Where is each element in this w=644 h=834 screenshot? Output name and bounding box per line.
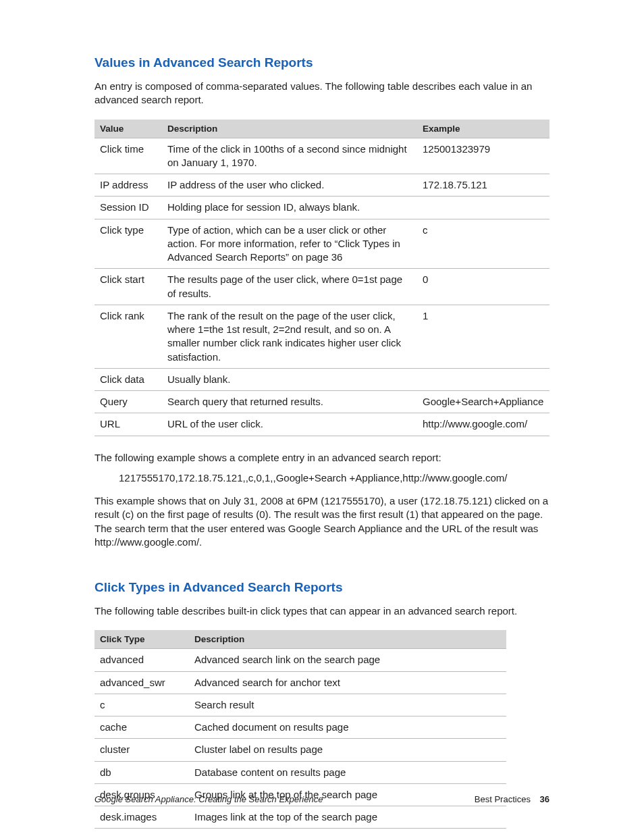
cell-value: IP address: [95, 174, 162, 197]
table-row: advanced Advanced search link on the sea…: [95, 649, 506, 671]
col-header-click-type: Click Type: [95, 630, 189, 649]
cell-click-type: c: [95, 694, 189, 716]
cell-click-type: advanced_swr: [95, 671, 189, 694]
cell-value: Query: [95, 391, 162, 413]
table-values: Value Description Example Click time Tim…: [95, 120, 549, 436]
cell-description: Search query that returned results.: [162, 391, 417, 413]
cell-value: Click type: [95, 219, 162, 269]
cell-example: http://www.google.com/: [417, 413, 549, 436]
cell-description: Usually blank.: [162, 368, 417, 390]
heading-click-types-advanced-search-reports: Click Types in Advanced Search Reports: [95, 580, 549, 595]
cell-click-type: db: [95, 761, 189, 783]
footer-section-label: Best Practices: [475, 794, 531, 804]
cell-value: Click time: [95, 138, 162, 174]
table-row: c Search result: [95, 694, 506, 716]
table-row: db Database content on results page: [95, 761, 506, 783]
cell-description: Database content on results page: [189, 761, 506, 783]
table-row: URL URL of the user click. http://www.go…: [95, 413, 549, 436]
cell-example: Google+Search+Appliance: [417, 391, 549, 413]
example-explanation: This example shows that on July 31, 2008…: [95, 494, 549, 549]
table-row: desk.images Images link at the top of th…: [95, 806, 506, 829]
table-row: advanced_swr Advanced search for anchor …: [95, 671, 506, 694]
table-header-row: Click Type Description: [95, 630, 506, 649]
example-entry-line: 1217555170,172.18.75.121,,c,0,1,,Google+…: [119, 471, 549, 485]
cell-description: Images link at the top of the search pag…: [189, 806, 506, 829]
cell-description: The results page of the user click, wher…: [162, 269, 417, 305]
footer-doc-title: Google Search Appliance: Creating the Se…: [95, 794, 323, 804]
cell-click-type: cluster: [95, 739, 189, 761]
cell-description: Cached document on results page: [189, 716, 506, 739]
table-row: cache Cached document on results page: [95, 716, 506, 739]
cell-example: 1: [417, 305, 549, 368]
table-row: Click time Time of the click in 100ths o…: [95, 138, 549, 174]
page-footer: Google Search Appliance: Creating the Se…: [95, 794, 549, 804]
cell-value: Click data: [95, 368, 162, 390]
intro-paragraph-1: An entry is composed of comma-separated …: [95, 80, 549, 107]
cell-value: Click start: [95, 269, 162, 305]
cell-click-type: cache: [95, 716, 189, 739]
table-header-row: Value Description Example: [95, 120, 549, 138]
cell-description: Advanced search link on the search page: [189, 649, 506, 671]
table-row: Click rank The rank of the result on the…: [95, 305, 549, 368]
cell-value: Session ID: [95, 197, 162, 219]
table-row: Click start The results page of the user…: [95, 269, 549, 305]
table-row: Session ID Holding place for session ID,…: [95, 197, 549, 219]
cell-description: Time of the click in 100ths of a second …: [162, 138, 417, 174]
cell-description: Holding place for session ID, always bla…: [162, 197, 417, 219]
cell-description: Search result: [189, 694, 506, 716]
cell-value: URL: [95, 413, 162, 436]
cell-click-type: advanced: [95, 649, 189, 671]
intro-paragraph-2: The following table describes built-in c…: [95, 604, 549, 618]
col-header-example: Example: [417, 120, 549, 138]
table-row: Click data Usually blank.: [95, 368, 549, 390]
cell-description: IP address of the user who clicked.: [162, 174, 417, 197]
cell-click-type: desk.images: [95, 806, 189, 829]
cell-value: Click rank: [95, 305, 162, 368]
cell-example: 125001323979: [417, 138, 549, 174]
cell-description: Type of action, which can be a user clic…: [162, 219, 417, 269]
cell-description: Advanced search for anchor text: [189, 671, 506, 694]
table-row: Query Search query that returned results…: [95, 391, 549, 413]
cell-description: URL of the user click.: [162, 413, 417, 436]
cell-description: Cluster label on results page: [189, 739, 506, 761]
table-row: Click type Type of action, which can be …: [95, 219, 549, 269]
table-row: cluster Cluster label on results page: [95, 739, 506, 761]
cell-example: 0: [417, 269, 549, 305]
example-intro: The following example shows a complete e…: [95, 451, 549, 465]
cell-example: [417, 197, 549, 219]
cell-example: 172.18.75.121: [417, 174, 549, 197]
col-header-description: Description: [189, 630, 506, 649]
footer-right: Best Practices 36: [475, 794, 549, 804]
heading-values-advanced-search-reports: Values in Advanced Search Reports: [95, 55, 549, 70]
col-header-description: Description: [162, 120, 417, 138]
cell-example: [417, 368, 549, 390]
cell-example: c: [417, 219, 549, 269]
cell-description: The rank of the result on the page of th…: [162, 305, 417, 368]
col-header-value: Value: [95, 120, 162, 138]
footer-page-number: 36: [540, 794, 549, 804]
table-row: IP address IP address of the user who cl…: [95, 174, 549, 197]
